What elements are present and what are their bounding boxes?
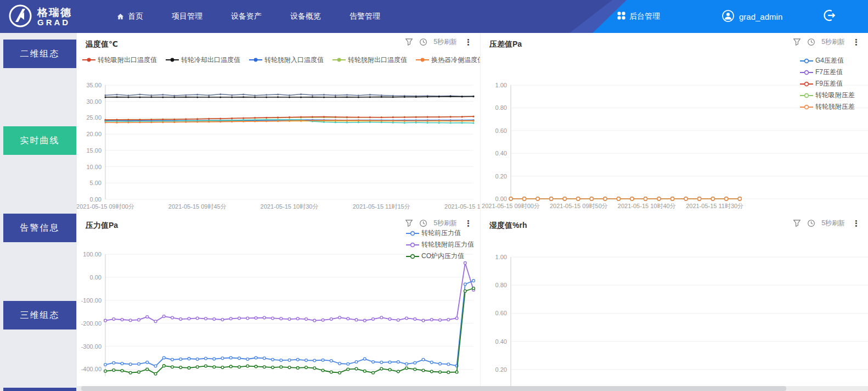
svg-text:0.80: 0.80 bbox=[495, 104, 507, 111]
panel-pressure-diff: 压差值Pa 5秒刷新⋮ G4压差值F7压差值F9压差值转轮吸附压差转轮脱附压差 … bbox=[480, 33, 868, 214]
legend-item[interactable]: 转轮脱附压差 bbox=[800, 101, 855, 113]
backend-admin-link[interactable]: 后台管理 bbox=[617, 0, 660, 33]
legend-item[interactable]: 转轮吸附压差 bbox=[800, 90, 855, 101]
legend-item[interactable]: 转轮脱附入口温度值 bbox=[249, 55, 324, 65]
legend-item[interactable]: F7压差值 bbox=[800, 66, 855, 78]
legend-label: 换热器冷侧温度值 bbox=[431, 55, 480, 65]
top-menu-label: 设备资产 bbox=[231, 12, 262, 21]
legend-label: 转轮脱附入口温度值 bbox=[264, 55, 324, 65]
top-menu-item-4[interactable]: 告警管理 bbox=[350, 12, 380, 21]
brand-logo[interactable]: 格瑞德 GRAD bbox=[8, 3, 72, 31]
legend-marker-icon bbox=[166, 57, 179, 63]
filter-icon[interactable] bbox=[405, 219, 413, 227]
legend-item[interactable]: G4压差值 bbox=[800, 55, 855, 66]
sidebar-item-告警信息[interactable]: 告警信息 bbox=[3, 214, 76, 242]
legend-item[interactable]: 转轮脱附前压力值 bbox=[406, 239, 474, 250]
svg-text:1.00: 1.00 bbox=[495, 254, 507, 260]
user-avatar-icon bbox=[722, 10, 734, 24]
clock-icon[interactable] bbox=[807, 38, 815, 46]
svg-text:2021-05-15 09时45分: 2021-05-15 09时45分 bbox=[168, 203, 227, 210]
filter-icon[interactable] bbox=[793, 219, 801, 227]
clock-icon[interactable] bbox=[807, 219, 815, 227]
username: grad_admin bbox=[739, 12, 782, 21]
svg-text:0.80: 0.80 bbox=[495, 282, 507, 288]
svg-text:35.00: 35.00 bbox=[86, 82, 102, 88]
svg-text:-400.00: -400.00 bbox=[81, 366, 102, 372]
sidebar-item-二维组态[interactable]: 二维组态 bbox=[3, 40, 76, 68]
panel-title-temperature: 温度值℃ bbox=[86, 40, 118, 49]
horizontal-scrollbar-thumb[interactable] bbox=[81, 386, 786, 391]
app-root: 格瑞德 GRAD 首页项目管理设备资产设备概览告警管理 后台管理 bbox=[0, 0, 868, 391]
svg-text:2021-05-15 11时15分: 2021-05-15 11时15分 bbox=[353, 203, 410, 210]
panel-title-pressure-diff: 压差值Pa bbox=[489, 40, 522, 49]
panel-humidity: 湿度值%rh 5秒刷新⋮ 1.000.800.600.400.200.00 bbox=[480, 214, 868, 391]
filter-icon[interactable] bbox=[793, 38, 801, 46]
chart-temperature[interactable]: 35.0030.0025.0020.0015.0010.005.000.0020… bbox=[77, 67, 480, 214]
panel-pressure: 压力值Pa 5秒刷新⋮ 转轮前压力值转轮脱附前压力值CO炉内压力值 100.00… bbox=[77, 214, 480, 391]
svg-text:20.00: 20.00 bbox=[86, 131, 102, 137]
sidebar-item-三维组态[interactable]: 三维组态 bbox=[3, 301, 76, 329]
legend-label: 转轮脱附前压力值 bbox=[421, 240, 474, 249]
legend-item[interactable]: 换热器冷侧温度值 bbox=[416, 55, 480, 65]
svg-text:25.00: 25.00 bbox=[86, 114, 102, 121]
legend-label: G4压差值 bbox=[815, 56, 844, 65]
top-navbar: 格瑞德 GRAD 首页项目管理设备资产设备概览告警管理 后台管理 bbox=[0, 0, 868, 33]
svg-text:2021-05-15 09时00分: 2021-05-15 09时00分 bbox=[482, 203, 540, 209]
legend-item[interactable]: 转轮吸附出口温度值 bbox=[82, 55, 157, 65]
panel-tools: 5秒刷新⋮ bbox=[405, 219, 474, 228]
backend-admin-label: 后台管理 bbox=[629, 12, 660, 21]
legend-marker-icon bbox=[406, 242, 419, 248]
brand-name-en: GRAD bbox=[37, 18, 72, 27]
legend-label: 转轮吸附压差 bbox=[815, 91, 855, 100]
sidebar-item-hidden-4[interactable] bbox=[3, 388, 76, 391]
svg-text:5.00: 5.00 bbox=[90, 180, 102, 186]
legend-label: F9压差值 bbox=[815, 79, 843, 88]
panel-tools: 5秒刷新⋮ bbox=[793, 37, 861, 47]
navbar-right-section: 后台管理 grad_admin bbox=[593, 0, 868, 33]
legend-marker-icon bbox=[332, 57, 346, 63]
svg-text:0.00: 0.00 bbox=[90, 274, 102, 281]
svg-text:2021-05-15 09时50分: 2021-05-15 09时50分 bbox=[550, 203, 608, 209]
legend-label: CO炉内压力值 bbox=[421, 252, 464, 261]
svg-text:1.00: 1.00 bbox=[495, 82, 507, 88]
svg-text:-100.00: -100.00 bbox=[81, 297, 102, 304]
legend-label: 转轮吸附出口温度值 bbox=[98, 55, 157, 65]
legend-marker-icon bbox=[800, 104, 813, 110]
svg-text:0.00: 0.00 bbox=[90, 196, 102, 203]
legend-label: 转轮脱附出口温度值 bbox=[348, 55, 407, 65]
more-menu-icon[interactable]: ⋮ bbox=[463, 38, 474, 46]
svg-text:2021-05-15 09时00分: 2021-05-15 09时00分 bbox=[77, 203, 134, 210]
svg-text:0.60: 0.60 bbox=[495, 127, 507, 134]
more-menu-icon[interactable]: ⋮ bbox=[463, 219, 474, 227]
legend-item[interactable]: CO炉内压力值 bbox=[406, 250, 474, 262]
horizontal-scrollbar-track[interactable] bbox=[77, 386, 868, 391]
grid-icon bbox=[617, 12, 625, 21]
clock-icon[interactable] bbox=[419, 219, 427, 227]
top-menu-label: 首页 bbox=[128, 12, 143, 21]
top-menu-item-0[interactable]: 首页 bbox=[116, 12, 143, 21]
top-menu-item-1[interactable]: 项目管理 bbox=[172, 12, 202, 21]
legend-marker-icon bbox=[800, 58, 813, 64]
svg-text:15.00: 15.00 bbox=[86, 147, 102, 154]
panel-temperature: 温度值℃ 5秒刷新⋮ 转轮吸附出口温度值转轮冷却出口温度值转轮脱附入口温度值转轮… bbox=[77, 33, 480, 214]
top-menu-item-3[interactable]: 设备概览 bbox=[290, 12, 321, 21]
legend-item[interactable]: 转轮脱附出口温度值 bbox=[332, 55, 407, 65]
legend-item[interactable]: 转轮前压力值 bbox=[406, 227, 474, 239]
top-menu-item-2[interactable]: 设备资产 bbox=[231, 12, 262, 21]
svg-text:10.00: 10.00 bbox=[86, 164, 102, 170]
more-menu-icon[interactable]: ⋮ bbox=[851, 219, 861, 227]
clock-icon[interactable] bbox=[419, 38, 427, 46]
legend-item[interactable]: 转轮冷却出口温度值 bbox=[166, 55, 240, 65]
refresh-interval-label: 5秒刷新 bbox=[821, 219, 845, 228]
legend-temperature: 转轮吸附出口温度值转轮冷却出口温度值转轮脱附入口温度值转轮脱附出口温度值换热器冷… bbox=[77, 53, 480, 67]
more-menu-icon[interactable]: ⋮ bbox=[851, 38, 861, 46]
legend-item[interactable]: F9压差值 bbox=[800, 78, 855, 90]
legend-pressure-diff: G4压差值F7压差值F9压差值转轮吸附压差转轮脱附压差 bbox=[800, 55, 855, 113]
legend-pressure: 转轮前压力值转轮脱附前压力值CO炉内压力值 bbox=[406, 227, 474, 262]
chart-humidity[interactable]: 1.000.800.600.400.200.00 bbox=[481, 234, 868, 391]
filter-icon[interactable] bbox=[405, 38, 413, 46]
logout-button[interactable] bbox=[823, 0, 836, 33]
sidebar-item-实时曲线[interactable]: 实时曲线 bbox=[3, 126, 76, 155]
legend-label: 转轮前压力值 bbox=[421, 228, 461, 238]
user-menu[interactable]: grad_admin bbox=[722, 0, 782, 33]
